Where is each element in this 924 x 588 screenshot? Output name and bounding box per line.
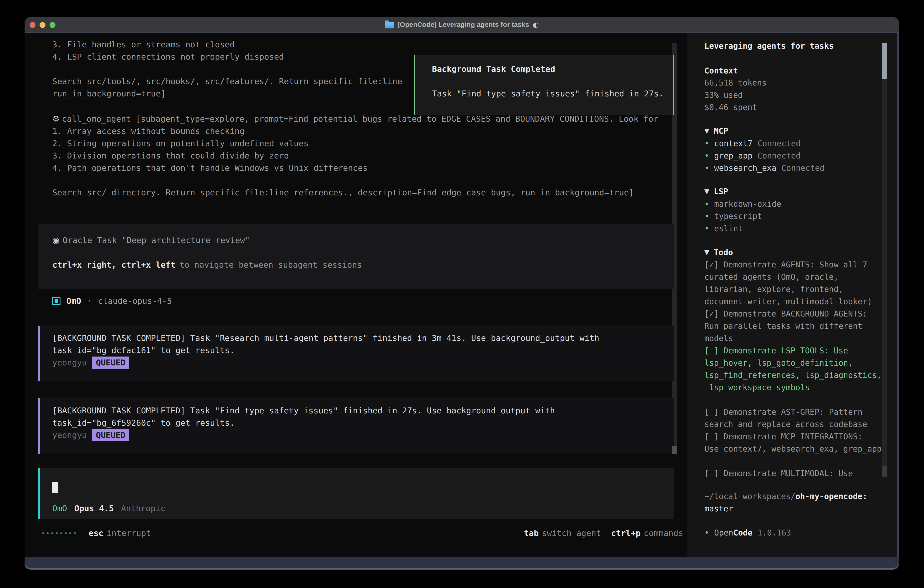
hint-text: to navigate between subagent sessions <box>180 260 362 269</box>
mcp-status: Connected <box>781 162 825 174</box>
version-number: 1.0.163 <box>757 528 791 537</box>
agent-call-header: call_omo_agent [subagent_type=explore, p… <box>62 114 658 124</box>
agent-header: OmO · claude-opus-4-5 <box>52 295 172 307</box>
bullet-dot-icon: • <box>705 150 709 162</box>
todo-item-completed: [✓] Demonstrate BACKGROUND AGENTS: Run p… <box>705 308 886 345</box>
mcp-name: websearch_exa <box>714 162 776 174</box>
window-title-row: [OpenCode] Leveraging agents for tasks ◐ <box>385 21 539 29</box>
repo-name: oh-my-opencode: <box>795 492 867 501</box>
context-stats: 66,518 tokens 33% used $0.46 spent <box>705 77 767 114</box>
todo-list: [✓] Demonstrate AGENTS: Show all 7 curat… <box>705 259 886 479</box>
brand-suffix: Code <box>733 528 752 537</box>
mcp-item: • grep_app Connected <box>705 150 825 162</box>
message-author: yeongyu <box>52 357 87 369</box>
todo-item-completed: [✓] Demonstrate AGENTS: Show all 7 curat… <box>705 259 886 308</box>
version-row: • OpenCode1.0.163 <box>705 527 791 539</box>
agent-model: claude-opus-4-5 <box>98 295 172 307</box>
input-provider-name: Anthropic <box>121 502 165 515</box>
status-badge: QUEUED <box>92 429 129 441</box>
window-right-border <box>897 33 899 557</box>
task-message-body: [BACKGROUND TASK COMPLETED] Task "Resear… <box>52 332 674 357</box>
close-button[interactable] <box>30 22 35 28</box>
sidebar-scrollbar-thumb[interactable] <box>882 43 887 79</box>
oracle-task-title-row: ◉Oracle Task "Deep architecture review" <box>52 234 674 246</box>
lsp-heading: LSP <box>714 185 728 198</box>
ctrlp-key: ctrl+p <box>611 527 641 539</box>
minimize-button[interactable] <box>40 22 46 28</box>
mcp-item: • context7 Connected <box>705 137 825 150</box>
lsp-item: • typescript <box>705 210 781 222</box>
mcp-heading: MCP <box>714 125 728 137</box>
agent-call-body: 1. Array access without bounds checking … <box>52 125 666 199</box>
mcp-section-toggle[interactable]: ▼ MCP <box>705 125 728 137</box>
opencode-terminal-window: [OpenCode] Leveraging agents for tasks ◐… <box>25 17 899 570</box>
git-branch: master <box>705 502 867 515</box>
tab-key: tab <box>524 527 539 539</box>
status-left: esc interrupt <box>42 527 151 539</box>
esc-key: esc <box>89 527 104 539</box>
window-title: [OpenCode] Leveraging agents for tasks <box>398 21 529 28</box>
todo-item-pending: [ ] Demonstrate MULTIMODAL: Use <box>705 467 886 479</box>
mcp-status: Connected <box>757 137 801 150</box>
todo-item-pending: [ ] Demonstrate MCP INTEGRATIONS: Use co… <box>705 430 886 455</box>
bullet-dot-icon: • <box>705 162 709 174</box>
workspace-path-line: ~/local-workspaces/oh-my-opencode: <box>705 490 867 502</box>
mcp-list: • context7 Connected • grep_app Connecte… <box>705 137 825 174</box>
bullet-dot-icon: • <box>705 222 709 235</box>
input-meta-row: OmO Opus 4.5 Anthropic <box>52 502 165 515</box>
chevron-down-icon: ▼ <box>705 246 710 259</box>
hint-keys: ctrl+x right, ctrl+x left <box>52 260 175 269</box>
mcp-item: • websearch_exa Connected <box>705 162 825 174</box>
traffic-lights <box>30 22 56 28</box>
title-bar: [OpenCode] Leveraging agents for tasks ◐ <box>25 17 899 33</box>
moon-progress-icon: ◐ <box>533 21 539 29</box>
gear-icon: ⚙ <box>52 114 59 124</box>
lsp-list: • markdown-oxide • typescript • eslint <box>705 198 781 235</box>
lsp-item: • eslint <box>705 222 781 235</box>
background-task-toast: Background Task Completed Task "Find typ… <box>414 55 674 115</box>
sidebar-scrollbar-track[interactable] <box>882 43 887 477</box>
mcp-status: Connected <box>757 150 801 162</box>
sidebar-scrollbar-end <box>882 466 887 477</box>
ctrlp-label: commands <box>644 527 683 539</box>
scrollback-text: 3. File handles or streams not closed 4.… <box>52 38 413 100</box>
lsp-name: eslint <box>714 222 743 235</box>
path-prefix: ~/local-workspaces/ <box>705 492 795 501</box>
toast-body: Task "Find type safety issues" finished … <box>432 88 673 100</box>
zoom-button[interactable] <box>50 22 56 28</box>
agent-name: OmO <box>66 295 81 307</box>
task-message-meta: yeongyu QUEUED <box>52 429 674 441</box>
brand-version: OpenCode1.0.163 <box>714 527 791 539</box>
bullet-dot-icon: • <box>705 210 709 222</box>
todo-section-toggle[interactable]: ▼ Todo <box>705 246 733 259</box>
text-cursor <box>52 482 58 493</box>
bullet-dot-icon: • <box>705 198 709 210</box>
task-message: [BACKGROUND TASK COMPLETED] Task "Resear… <box>38 325 674 381</box>
oracle-task-card[interactable]: ◉Oracle Task "Deep architecture review" … <box>38 224 674 289</box>
radio-dot-icon: ◉ <box>52 236 59 245</box>
mcp-name: context7 <box>714 137 752 150</box>
esc-hint: esc interrupt <box>89 527 151 539</box>
main-scrollbar-thumb[interactable] <box>672 446 676 454</box>
bullet-dot-icon: • <box>705 137 709 150</box>
message-author: yeongyu <box>52 429 87 441</box>
mcp-name: grep_app <box>714 150 752 162</box>
working-spinner-dots <box>42 532 76 534</box>
workspace-path: ~/local-workspaces/oh-my-opencode: maste… <box>705 490 867 515</box>
status-right: tab switch agent ctrl+p commands <box>524 527 683 539</box>
status-badge: QUEUED <box>92 357 129 369</box>
task-message-body: [BACKGROUND TASK COMPLETED] Task "Find t… <box>52 405 674 429</box>
status-bar: esc interrupt tab switch agent ctrl+p co… <box>42 527 683 539</box>
todo-heading: Todo <box>714 246 733 259</box>
prompt-input[interactable]: OmO Opus 4.5 Anthropic <box>38 468 674 519</box>
input-agent-name: OmO <box>52 502 67 515</box>
brand-prefix: Open <box>714 528 733 537</box>
tab-hint: tab switch agent <box>524 527 601 539</box>
input-model-name[interactable]: Opus 4.5 <box>74 502 114 515</box>
oracle-task-title: Oracle Task "Deep architecture review" <box>63 236 250 245</box>
agent-square-icon <box>52 297 61 305</box>
lsp-section-toggle[interactable]: ▼ LSP <box>705 185 728 198</box>
task-message-meta: yeongyu QUEUED <box>52 357 674 369</box>
context-heading: Context <box>705 64 738 77</box>
lsp-name: typescript <box>714 210 762 222</box>
